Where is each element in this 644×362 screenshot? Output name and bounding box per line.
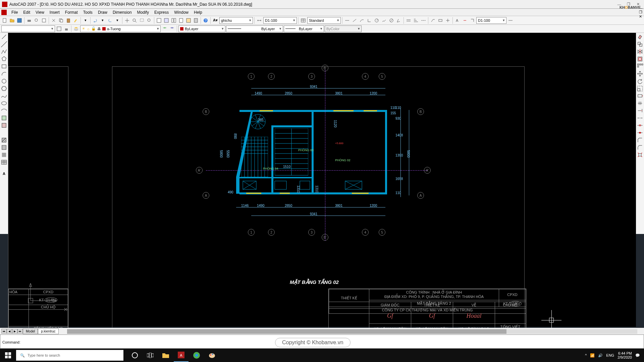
designcenter-button[interactable]: [163, 17, 170, 24]
doc-maximize-button[interactable]: ❐: [639, 10, 643, 14]
insert-button[interactable]: [1, 115, 7, 121]
taskbar-time[interactable]: 6:44 PM: [618, 351, 632, 355]
copy-button[interactable]: [58, 17, 64, 24]
dim-edit-button[interactable]: A: [454, 17, 461, 24]
tab-next-button[interactable]: ▶: [12, 329, 17, 334]
revcloud-button[interactable]: [1, 85, 7, 92]
dim-diameter-button[interactable]: [388, 17, 395, 24]
paint-icon[interactable]: [205, 349, 219, 362]
dim-leader-button[interactable]: [430, 17, 436, 24]
wifi-icon[interactable]: 📶: [590, 353, 595, 358]
rotate-button[interactable]: [637, 78, 643, 84]
menu-dimension[interactable]: Dimension: [110, 10, 135, 15]
mirror-button[interactable]: [637, 48, 643, 55]
menu-modify[interactable]: Modify: [135, 10, 152, 15]
menu-edit[interactable]: Edit: [20, 10, 33, 15]
toolpalettes-button[interactable]: [170, 17, 177, 24]
dim-update-button[interactable]: [469, 17, 476, 24]
menu-insert[interactable]: Insert: [47, 10, 62, 15]
notifications-icon[interactable]: 💬: [635, 353, 640, 358]
lineweight-dropdown[interactable]: ByLayer: [284, 25, 324, 32]
arc-button[interactable]: [1, 70, 7, 77]
menu-help[interactable]: Help: [191, 10, 205, 15]
doc-close-button[interactable]: ✕: [639, 14, 643, 19]
chamfer-button[interactable]: [637, 137, 643, 143]
paste-button[interactable]: [65, 17, 72, 24]
offset-button[interactable]: [637, 56, 643, 62]
dim-radius-button[interactable]: [373, 17, 380, 24]
dim-ordinate-button[interactable]: [366, 17, 373, 24]
dim-angular-button[interactable]: [395, 17, 402, 24]
dim-jogged-button[interactable]: [381, 17, 387, 24]
break2-button[interactable]: [637, 122, 643, 129]
markup-button[interactable]: [185, 17, 192, 24]
menu-view[interactable]: View: [33, 10, 47, 15]
volume-icon[interactable]: 🔊: [598, 353, 603, 358]
layer-previous-button[interactable]: [161, 25, 168, 32]
ellipse-arc-button[interactable]: [1, 107, 7, 114]
layer-dropdown[interactable]: ☀☼🔓🖶 a-Tuong: [80, 25, 161, 32]
new-button[interactable]: [1, 17, 8, 24]
preview-button[interactable]: [33, 17, 40, 24]
spline-button[interactable]: [1, 93, 7, 99]
trim-button[interactable]: [637, 100, 643, 107]
tab-last-button[interactable]: ⏭: [17, 329, 23, 334]
undo-button[interactable]: [92, 17, 99, 24]
dimstyle-icon[interactable]: [256, 17, 263, 24]
scale-button[interactable]: [637, 85, 643, 92]
zoom-realtime-button[interactable]: [131, 17, 138, 24]
zoom-previous-button[interactable]: [146, 17, 153, 24]
mtext-button[interactable]: A: [1, 170, 7, 177]
hatch-button[interactable]: [1, 137, 7, 143]
dim-linear-button[interactable]: [344, 17, 351, 24]
dim-tolerance-button[interactable]: [437, 17, 444, 24]
circle-button[interactable]: [1, 78, 7, 84]
pan-button[interactable]: [124, 17, 130, 24]
start-button[interactable]: [0, 349, 16, 362]
calc-button[interactable]: [193, 17, 199, 24]
region-button[interactable]: [1, 152, 7, 158]
tray-expand-icon[interactable]: ^: [585, 353, 587, 357]
zoom-window-button[interactable]: [139, 17, 145, 24]
workspace-lock-button[interactable]: [63, 25, 70, 32]
tab-first-button[interactable]: ⏮: [1, 329, 7, 334]
dimstyle2-dropdown[interactable]: D1-100: [476, 17, 506, 24]
tablestyle-dropdown[interactable]: Standard: [307, 17, 341, 24]
array-button[interactable]: [637, 63, 643, 70]
dim-quick-button[interactable]: [405, 17, 412, 24]
block-button[interactable]: ▾: [82, 17, 89, 24]
tablestyle-icon[interactable]: [300, 17, 307, 24]
model-tab[interactable]: Model: [23, 328, 38, 334]
fillet-button[interactable]: [637, 144, 643, 151]
explorer-icon[interactable]: [158, 349, 173, 362]
save-button[interactable]: [16, 17, 23, 24]
xline-button[interactable]: [1, 41, 7, 48]
drawing-canvas[interactable]: 1 2 3 4 5 B' 1 2 3 4 5 B' B A B A A' A': [8, 33, 636, 327]
menu-file[interactable]: File: [9, 10, 20, 15]
layout-tab[interactable]: p.kientruc: [38, 328, 58, 334]
line-button[interactable]: [1, 34, 7, 40]
dim-arc-button[interactable]: [359, 17, 365, 24]
menu-tools[interactable]: Tools: [80, 10, 95, 15]
polygon-button[interactable]: [1, 56, 7, 62]
pline-button[interactable]: [1, 48, 7, 55]
tab-prev-button[interactable]: ◀: [7, 329, 12, 334]
explode-button[interactable]: [637, 152, 643, 158]
match-button[interactable]: [72, 17, 79, 24]
copy2-button[interactable]: [637, 41, 643, 48]
cut-button[interactable]: [50, 17, 57, 24]
workspace-settings-button[interactable]: [56, 25, 62, 32]
open-button[interactable]: [9, 17, 15, 24]
dim-tedit-button[interactable]: [462, 17, 468, 24]
menu-express[interactable]: Express: [152, 10, 171, 15]
extend-button[interactable]: [637, 107, 643, 114]
menu-window[interactable]: Window: [171, 10, 191, 15]
help-button[interactable]: ?: [202, 17, 209, 24]
dim-center-button[interactable]: [444, 17, 451, 24]
textstyle-dropdown[interactable]: ghichu: [219, 17, 253, 24]
dim-baseline-button[interactable]: [413, 17, 419, 24]
dim-aligned-button[interactable]: [351, 17, 358, 24]
linetype-dropdown[interactable]: ByLayer: [226, 25, 283, 32]
chrome-icon[interactable]: [189, 349, 204, 362]
join-button[interactable]: [637, 129, 643, 136]
